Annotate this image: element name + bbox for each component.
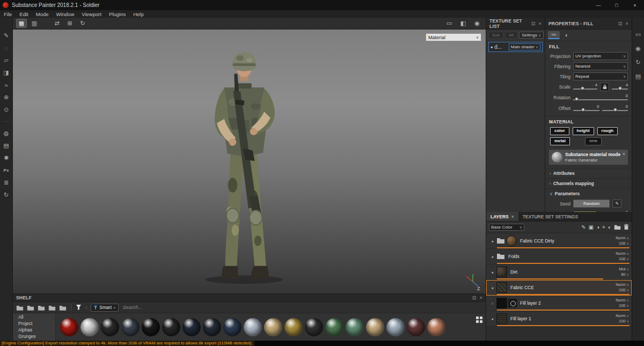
- shelf-add-folder-icon[interactable]: [27, 305, 34, 311]
- material-sphere[interactable]: [325, 318, 343, 336]
- blend-mode-select[interactable]: Norm ∨: [616, 282, 629, 288]
- filtering-select[interactable]: Nearest ∨: [573, 62, 628, 70]
- material-sphere[interactable]: [223, 318, 241, 336]
- tab-properties-icon[interactable]: ≔: [548, 31, 560, 39]
- close-button[interactable]: ×: [626, 0, 644, 10]
- menu-help[interactable]: Help: [129, 10, 148, 18]
- navigation-gizmo[interactable]: Z: [463, 272, 481, 290]
- add-folder-icon[interactable]: [614, 224, 621, 231]
- menu-plugins[interactable]: Plugins: [105, 10, 129, 18]
- projection-tool-icon[interactable]: ▱: [2, 56, 11, 64]
- shader-settings-icon[interactable]: ◉: [634, 45, 642, 52]
- shelf-export-icon[interactable]: [59, 305, 67, 311]
- opacity-select[interactable]: 100 ∨: [616, 303, 629, 308]
- substance-material-mode-box[interactable]: Substance material mode Fabric Generator…: [549, 150, 628, 165]
- layer-thumbnail[interactable]: [496, 282, 507, 293]
- blend-mode-select[interactable]: Norm ∨: [616, 313, 629, 319]
- close-panel-icon[interactable]: ×: [539, 21, 541, 26]
- channel-metal-button[interactable]: metal: [550, 137, 570, 145]
- category-alphas[interactable]: Alphas: [13, 327, 55, 333]
- material-sphere[interactable]: [427, 318, 445, 336]
- material-sphere[interactable]: [80, 318, 99, 336]
- opacity-select[interactable]: 100 ∨: [616, 288, 629, 293]
- material-sphere[interactable]: [182, 318, 201, 336]
- float-panel-icon[interactable]: ⊡: [531, 21, 536, 26]
- log-icon[interactable]: ▤: [634, 72, 642, 80]
- offset-x-slider[interactable]: 0: [573, 104, 599, 113]
- material-mode-close-icon[interactable]: ×: [623, 151, 625, 157]
- history-icon[interactable]: ↻: [634, 58, 642, 66]
- channel-rough-button[interactable]: rough: [597, 127, 618, 135]
- clone-tool-icon[interactable]: ⊕: [2, 93, 11, 101]
- category-all[interactable]: All: [13, 314, 55, 320]
- material-sphere[interactable]: [60, 318, 78, 336]
- maximize-button[interactable]: □: [608, 0, 626, 10]
- filter-circle-icon[interactable]: ◌: [85, 305, 87, 310]
- visibility-toggle-icon[interactable]: ●: [488, 239, 496, 243]
- channel-nrm-button[interactable]: nrm: [585, 137, 602, 145]
- add-mask-icon[interactable]: ◐: [608, 224, 611, 230]
- menu-file[interactable]: File: [0, 10, 16, 18]
- seed-edit-icon[interactable]: ✎: [612, 200, 621, 208]
- rotate-snap-icon[interactable]: ↻: [77, 19, 88, 28]
- add-fill-layer-icon[interactable]: ◑: [596, 224, 599, 230]
- opacity-select[interactable]: 100 ∨: [616, 241, 629, 246]
- float-panel-icon[interactable]: ⊡: [618, 21, 623, 26]
- menu-viewport[interactable]: Viewport: [78, 10, 105, 18]
- opacity-select[interactable]: 80 ∨: [619, 272, 629, 277]
- eraser-tool-icon[interactable]: ◌: [2, 44, 11, 52]
- layer-thumbnail[interactable]: [496, 298, 507, 308]
- sync-icon[interactable]: ↻: [2, 191, 11, 199]
- filter-all-button[interactable]: All: [505, 32, 517, 39]
- layer-thumbnail[interactable]: [496, 313, 507, 324]
- add-layer-icon[interactable]: +: [602, 224, 605, 230]
- smart-filter-tag[interactable]: Smart ×: [91, 304, 118, 312]
- soldier-model[interactable]: [185, 39, 303, 286]
- material-sphere[interactable]: [101, 318, 119, 336]
- visibility-toggle-icon[interactable]: ○: [488, 301, 496, 305]
- delete-layer-icon[interactable]: [624, 224, 629, 231]
- tab-layers[interactable]: LAYERS ×: [486, 212, 518, 221]
- viewport-3d[interactable]: Material ∨: [13, 30, 486, 293]
- material-sphere[interactable]: [386, 318, 405, 336]
- display-mode-icon[interactable]: ▭: [444, 19, 455, 28]
- blend-mode-select[interactable]: Norm ∨: [616, 251, 629, 256]
- layer-row-fill-layer-2[interactable]: ○ Fill layer 2 Norm ∨ 100 ∨: [486, 296, 632, 311]
- smudge-tool-icon[interactable]: ≈: [2, 81, 11, 89]
- split-view-icon[interactable]: ◧: [458, 19, 469, 28]
- channel-color-button[interactable]: color: [550, 127, 569, 135]
- category-grunges[interactable]: Grunges: [13, 333, 55, 340]
- tab-texture-set-settings[interactable]: TEXTURE SET SETTINGS: [518, 212, 582, 221]
- folder-icon[interactable]: [496, 253, 505, 260]
- blend-mode-select[interactable]: Norm ∨: [616, 235, 629, 241]
- folder-icon[interactable]: [496, 237, 505, 245]
- offset-y-slider[interactable]: 0: [602, 104, 628, 113]
- visibility-toggle-icon[interactable]: ●: [488, 270, 496, 274]
- layer-thumbnail[interactable]: [496, 267, 507, 277]
- texture-set-item[interactable]: ● d... Main shader ∨: [488, 42, 543, 52]
- polygon-fill-tool-icon[interactable]: ◨: [2, 69, 11, 77]
- material-thumbnail[interactable]: [506, 235, 517, 246]
- parameters-group[interactable]: ∨ Parameters: [545, 188, 632, 198]
- camera-icon[interactable]: ◉: [472, 19, 482, 28]
- close-panel-icon[interactable]: ×: [480, 295, 482, 300]
- material-sphere[interactable]: [244, 318, 262, 336]
- add-smart-material-icon[interactable]: ▣: [589, 224, 594, 230]
- tab-material-icon[interactable]: ◐: [561, 31, 573, 39]
- material-sphere[interactable]: [203, 318, 221, 336]
- channel-height-button[interactable]: height: [573, 127, 594, 135]
- layer-row-dirt[interactable]: ● Dirt Mul ∨ 80 ∨: [486, 264, 632, 280]
- float-panel-icon[interactable]: ⊡: [472, 295, 477, 300]
- layers-shortcut-icon[interactable]: ≣: [2, 179, 11, 187]
- material-sphere[interactable]: [366, 318, 384, 336]
- main-shader-button[interactable]: Main shader ∨: [509, 43, 540, 50]
- attributes-group[interactable]: › Attributes: [545, 168, 632, 178]
- grid-view-icon[interactable]: [476, 316, 482, 323]
- filter-funnel-icon[interactable]: [76, 304, 82, 311]
- material-sphere[interactable]: [407, 318, 425, 336]
- menu-edit[interactable]: Edit: [16, 10, 32, 18]
- close-panel-icon[interactable]: ×: [626, 21, 628, 26]
- visibility-toggle-icon[interactable]: ●: [488, 286, 496, 290]
- material-sphere[interactable]: [142, 318, 160, 336]
- tangent-wrap-icon[interactable]: ⊞: [64, 19, 75, 28]
